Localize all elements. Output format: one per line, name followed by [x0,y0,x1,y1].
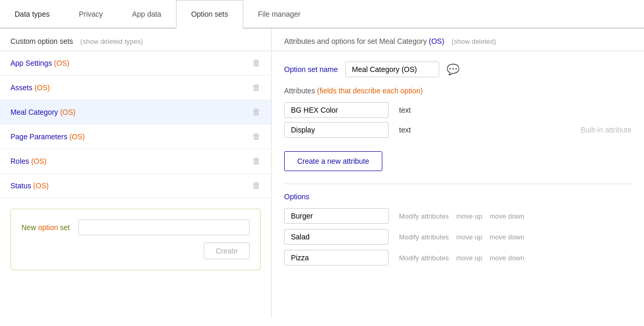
delete-icon-assets[interactable]: 🗑 [252,83,261,92]
option-set-item-label-meal-category: Meal Category (OS) [10,108,76,116]
new-option-set-input[interactable] [78,220,250,235]
move-up-link-pizza[interactable]: move up [456,254,482,262]
option-set-item-meal-category[interactable]: Meal Category (OS)🗑 [0,100,271,125]
option-set-item-page-parameters[interactable]: Page Parameters (OS)🗑 [0,125,271,149]
option-set-item-label-page-parameters: Page Parameters (OS) [10,132,85,141]
option-set-item-status[interactable]: Status (OS)🗑 [0,174,271,198]
attribute-input-bg-hex-color[interactable] [284,102,389,118]
option-input-burger[interactable] [284,208,389,224]
attribute-row-bg-hex-color: text [284,102,631,118]
attributes-list: texttextBuilt-in attribute [284,102,631,138]
right-panel: Attributes and options for set Meal Cate… [272,29,644,318]
create-option-set-button[interactable]: Create [204,243,250,259]
attribute-input-display[interactable] [284,122,389,138]
options-list: Modify attributesmove upmove downModify … [284,208,631,265]
tab-file-manager[interactable]: File manager [243,0,315,29]
tab-privacy[interactable]: Privacy [64,0,118,29]
modify-attributes-link-pizza[interactable]: Modify attributes [399,254,449,262]
option-set-item-assets[interactable]: Assets (OS)🗑 [0,76,271,100]
move-down-link-pizza[interactable]: move down [489,254,524,262]
new-option-set-label: New option set [21,223,70,232]
left-panel: Custom option sets (show deleted types) … [0,29,272,318]
show-deleted-link[interactable]: (show deleted) [452,38,496,45]
options-section-label: Options [284,192,631,201]
option-set-name-row: Option set name 💬 [284,62,631,77]
option-set-item-roles[interactable]: Roles (OS)🗑 [0,149,271,174]
option-actions-burger: Modify attributesmove upmove down [399,212,524,220]
left-panel-header: Custom option sets (show deleted types) [0,29,271,51]
attribute-row-display: textBuilt-in attribute [284,122,631,138]
option-row-salad: Modify attributesmove upmove down [284,229,631,245]
attribute-type-display: text [399,126,441,134]
right-panel-header: Attributes and options for set Meal Cate… [272,29,644,51]
tab-app-data[interactable]: App data [118,0,176,29]
modify-attributes-link-salad[interactable]: Modify attributes [399,233,449,241]
right-panel-title: Attributes and options for set Meal Cate… [284,37,444,45]
delete-icon-page-parameters[interactable]: 🗑 [252,132,261,141]
option-set-item-label-app-settings: App Settings (OS) [10,59,69,67]
move-down-link-salad[interactable]: move down [489,233,524,241]
option-set-item-app-settings[interactable]: App Settings (OS)🗑 [0,51,271,76]
delete-icon-status[interactable]: 🗑 [252,181,261,190]
delete-icon-roles[interactable]: 🗑 [252,156,261,166]
tab-data-types[interactable]: Data types [0,0,64,29]
tabs-bar: Data typesPrivacyApp dataOption setsFile… [0,0,644,29]
tab-option-sets[interactable]: Option sets [176,0,243,29]
option-input-pizza[interactable] [284,250,389,265]
option-row-pizza: Modify attributesmove upmove down [284,250,631,265]
option-row-burger: Modify attributesmove upmove down [284,208,631,224]
move-up-link-burger[interactable]: move up [456,212,482,220]
comment-icon[interactable]: 💬 [447,63,460,76]
option-set-list: App Settings (OS)🗑Assets (OS)🗑Meal Categ… [0,51,271,198]
option-set-name-label: Option set name [284,65,338,74]
attributes-label: Attributes (fields that describe each op… [284,87,631,95]
built-in-label-display: Built-in attribute [581,126,631,134]
divider [284,184,631,184]
new-option-set-box: New option set Create [10,209,261,270]
right-panel-body: Option set name 💬 Attributes (fields tha… [272,51,644,281]
create-new-attribute-button[interactable]: Create a new attribute [284,151,382,171]
option-set-item-label-roles: Roles (OS) [10,157,46,165]
option-input-salad[interactable] [284,229,389,245]
option-set-name-input[interactable] [345,62,439,77]
show-deleted-types-link[interactable]: (show deleted types) [80,38,143,45]
option-set-item-label-status: Status (OS) [10,182,49,190]
move-up-link-salad[interactable]: move up [456,233,482,241]
option-actions-pizza: Modify attributesmove upmove down [399,254,524,262]
option-set-item-label-assets: Assets (OS) [10,83,50,92]
attribute-type-bg-hex-color: text [399,106,441,114]
custom-option-sets-title: Custom option sets [10,37,73,45]
delete-icon-meal-category[interactable]: 🗑 [252,107,261,117]
move-down-link-burger[interactable]: move down [489,212,524,220]
modify-attributes-link-burger[interactable]: Modify attributes [399,212,449,220]
option-actions-salad: Modify attributesmove upmove down [399,233,524,241]
delete-icon-app-settings[interactable]: 🗑 [252,58,261,68]
